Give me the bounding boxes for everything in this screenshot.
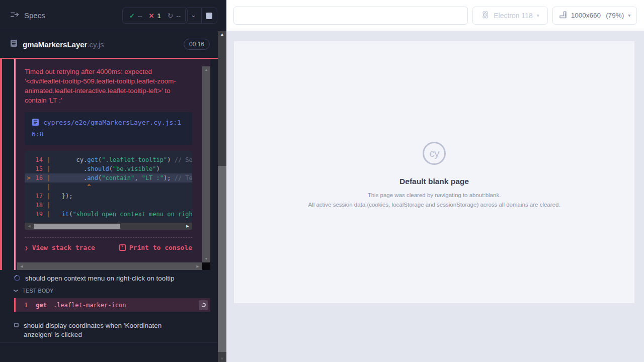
sidebar-scrollbar-thumb[interactable] xyxy=(218,166,226,352)
code-line: >16| .and("contain", "LT :"); // Teste xyxy=(25,173,192,183)
blank-page-line2: All active session data (cookies, localS… xyxy=(234,201,634,209)
command-number: 1 xyxy=(24,302,28,309)
chevron-down-icon: ▾ xyxy=(628,13,630,18)
command-method: get xyxy=(36,302,47,309)
scrollbar-corner xyxy=(202,262,210,270)
test-list-divider xyxy=(0,342,218,343)
run-controls: ⌄ xyxy=(185,8,217,24)
code-line: | ^ xyxy=(25,183,192,192)
viewport-scale: (79%) xyxy=(606,12,624,19)
codeframe-link[interactable]: cypress/e2e/gmaMarkersLayer.cy.js:16:8 xyxy=(25,112,192,145)
codeframe-file-path: cypress/e2e/gmaMarkersLayer.cy.js:16:8 xyxy=(32,119,181,138)
cypress-logo: cy xyxy=(423,142,446,165)
error-horizontal-scrollbar[interactable]: ◀ ▶ xyxy=(17,262,202,270)
failed-attempt-block: Timed out retrying after 4000ms: expecte… xyxy=(0,58,218,270)
failed-count: 1 xyxy=(157,12,160,20)
failed-icon: ✕ xyxy=(149,12,154,20)
chevron-down-icon: ▾ xyxy=(537,13,539,18)
collapse-tests-button[interactable]: ⌄ xyxy=(186,8,201,23)
error-footer: ❯View stack trace Print to console xyxy=(25,244,192,251)
spec-row[interactable]: gmaMarkersLayer.cy.js 00:16 xyxy=(0,32,218,57)
error-panel: Timed out retrying after 4000ms: expecte… xyxy=(14,59,210,270)
scroll-right-icon[interactable]: ▶ xyxy=(184,223,191,230)
passed-icon: ✓ xyxy=(129,12,135,20)
viewport-select[interactable]: 1000x660 (79%) ▾ xyxy=(552,7,637,25)
view-stack-trace-link[interactable]: ❯View stack trace xyxy=(25,244,95,251)
print-to-console-link[interactable]: Print to console xyxy=(119,244,192,251)
browser-select[interactable]: Electron 118 ▾ xyxy=(472,7,548,25)
scroll-down-icon[interactable]: ▼ xyxy=(203,255,210,262)
test-processing-icon xyxy=(14,323,19,327)
scroll-left-icon[interactable]: ◀ xyxy=(26,223,33,230)
url-input[interactable] xyxy=(233,7,468,25)
scroll-right-icon[interactable]: ▶ xyxy=(194,262,201,270)
test-body-label: TEST BODY xyxy=(23,288,54,294)
specs-menu-icon[interactable] xyxy=(10,11,19,20)
test-stats: ✓ -- ✕ 1 ↻ -- xyxy=(122,8,188,24)
scroll-left-icon[interactable]: ◀ xyxy=(18,262,25,270)
sidebar-scrollbar[interactable]: ▲ ▼ xyxy=(218,31,226,362)
spec-name: gmaMarkersLayer.cy.js xyxy=(23,40,104,49)
error-message: Timed out retrying after 4000ms: expecte… xyxy=(25,67,191,105)
code-line: 17| }); xyxy=(25,192,192,201)
code-scrollbar-thumb[interactable] xyxy=(34,224,120,229)
test-item-processing[interactable]: should display coordinates when 'Koordin… xyxy=(14,321,185,339)
error-vertical-scrollbar[interactable]: ▲ ▼ xyxy=(202,66,210,262)
test-running-spinner-icon xyxy=(13,274,22,283)
passed-count: -- xyxy=(138,12,142,20)
test-title: should open context menu on right-click … xyxy=(25,274,174,283)
error-footer-divider xyxy=(25,237,192,238)
console-icon xyxy=(119,244,126,251)
attempt-fail-strip xyxy=(0,59,2,270)
specs-label[interactable]: Specs xyxy=(24,11,45,20)
ruler-icon xyxy=(559,11,567,20)
scroll-up-icon[interactable]: ▲ xyxy=(203,66,210,73)
spinner-icon xyxy=(200,302,206,308)
command-message: .leaflet-marker-icon xyxy=(53,302,126,309)
test-title: should display coordinates when 'Koordin… xyxy=(24,321,185,339)
scroll-up-icon[interactable]: ▲ xyxy=(218,32,226,37)
code-horizontal-scrollbar[interactable]: ◀ ▶ xyxy=(25,223,192,230)
spec-timer-badge: 00:16 xyxy=(184,39,210,50)
reporter-header: Specs ✓ -- ✕ 1 ↻ -- ⌄ xyxy=(0,0,218,31)
reporter-sidebar: Specs ✓ -- ✕ 1 ↻ -- ⌄ xyxy=(0,0,226,362)
app-under-test-frame: cy Default blank page This page was clea… xyxy=(234,41,634,303)
stat-passed: ✓ -- xyxy=(129,12,142,20)
chevron-right-icon: ❯ xyxy=(25,245,28,251)
chevron-down-icon: ⌄ xyxy=(191,12,196,18)
browser-toolbar: Electron 118 ▾ 1000x660 (79%) ▾ xyxy=(226,0,644,31)
spec-extension: .cy.js xyxy=(87,40,104,49)
codeframe-file-icon xyxy=(32,118,39,129)
pending-icon: ↻ xyxy=(168,12,174,20)
stop-run-button[interactable] xyxy=(201,8,217,23)
stat-failed: ✕ 1 xyxy=(149,12,161,20)
viewport-size: 1000x660 xyxy=(571,12,601,19)
command-spinner-badge xyxy=(199,300,208,310)
command-row[interactable]: 1 get .leaflet-marker-icon xyxy=(14,298,210,312)
electron-icon xyxy=(481,11,490,21)
code-line: 15| .should("be.visible") xyxy=(25,164,192,173)
code-line: 19| it("should open context menu on righ… xyxy=(25,210,192,219)
code-lines: 14| cy.get(".leaflet-tooltip") // Selekt… xyxy=(25,155,192,219)
pending-count: -- xyxy=(176,12,181,20)
browser-pane: Electron 118 ▾ 1000x660 (79%) ▾ cy Defau… xyxy=(226,0,644,362)
stat-pending: ↻ -- xyxy=(168,12,181,20)
code-line: 14| cy.get(".leaflet-tooltip") // Selekt… xyxy=(25,155,192,164)
spec-file-icon xyxy=(10,39,18,49)
test-body-toggle[interactable]: ❯ TEST BODY xyxy=(14,288,54,294)
code-block: 14| cy.get(".leaflet-tooltip") // Selekt… xyxy=(25,151,192,230)
chevron-down-icon: ❯ xyxy=(14,289,19,293)
test-item-running[interactable]: should open context menu on right-click … xyxy=(14,274,205,283)
code-line: 18| xyxy=(25,201,192,210)
blank-page-line1: This page was cleared by navigating to a… xyxy=(234,191,634,199)
blank-page-title: Default blank page xyxy=(234,177,634,186)
stop-icon xyxy=(206,13,212,19)
blank-page-content: cy Default blank page This page was clea… xyxy=(234,142,634,209)
browser-name: Electron 118 xyxy=(494,12,533,20)
scroll-down-icon[interactable]: ▼ xyxy=(218,356,226,361)
